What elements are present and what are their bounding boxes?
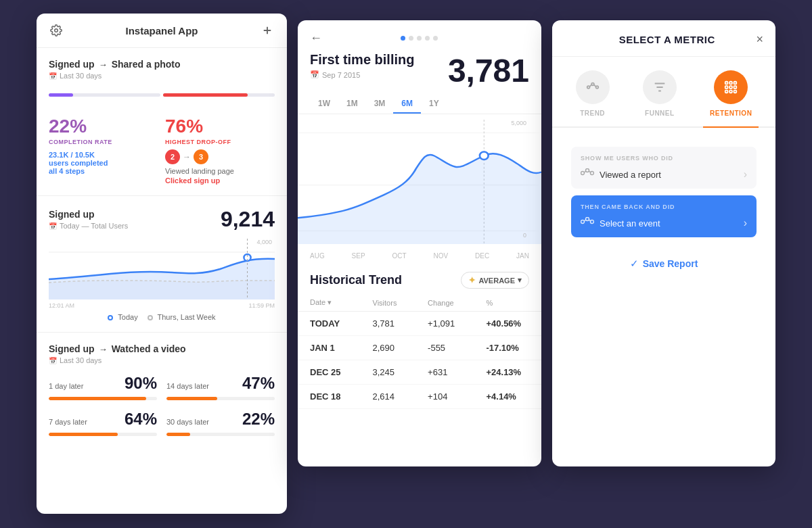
signup-header: Signed up 📅 Today — Total Users 9,214: [49, 207, 275, 232]
funnel-section: Signed up → Shared a photo 📅 Last 30 day…: [37, 48, 287, 196]
retention-item: 14 days later 47%: [166, 374, 275, 400]
funnel-date: 📅 Last 30 days: [49, 72, 275, 80]
svg-rect-20: [729, 82, 732, 85]
completion-rate-col: 22% COMPLETION RATE 23.1K / 10.5K users …: [49, 116, 158, 185]
back-button[interactable]: ←: [310, 31, 322, 45]
step-a-badge: 2: [165, 149, 180, 164]
svg-point-33: [581, 220, 585, 224]
panel-2: ← First time billing 📅 Sep 7 2015 3,781 …: [298, 20, 541, 466]
svg-line-36: [585, 220, 586, 221]
td-pct: +4.14%: [474, 385, 541, 409]
dropoff-progress-bar: [163, 93, 275, 97]
signup-title: Signed up: [49, 209, 128, 220]
funnel-icon-circle: [643, 70, 677, 104]
svg-rect-25: [725, 91, 728, 93]
svg-rect-26: [729, 91, 732, 93]
td-change: +104: [415, 385, 474, 409]
chart-time-labels: 12:01 AM 11:59 PM: [49, 302, 275, 309]
active-tab-underline: [703, 126, 759, 128]
table-body: TODAY3,781+1,091+40.56%JAN 12,690-555-17…: [298, 312, 541, 409]
td-pct: +24.13%: [474, 360, 541, 385]
panel3-title: SELECT A METRIC: [619, 34, 715, 45]
legend-dot-last-week: [148, 315, 153, 320]
metric-tab-trend[interactable]: TREND: [569, 68, 616, 120]
retention-item: 30 days later 22%: [166, 410, 275, 436]
ret-label: 30 days later: [166, 418, 209, 426]
ret-label: 1 day later: [49, 382, 83, 390]
svg-point-13: [595, 86, 598, 89]
ret-bar: [49, 397, 157, 400]
svg-point-0: [55, 29, 58, 32]
retention-tab-label: RETENTION: [710, 110, 752, 117]
svg-line-37: [589, 220, 591, 221]
td-visitors: 3,781: [361, 312, 416, 336]
panel1-header: Instapanel App: [37, 14, 287, 48]
panel2-chart: 5,000 0: [298, 114, 541, 249]
panel2-big-number: 3,781: [448, 52, 529, 89]
retention-icon-circle: [714, 70, 748, 104]
avg-badge[interactable]: ✦ AVERAGE ▾: [461, 272, 529, 289]
gear-icon[interactable]: [49, 23, 64, 38]
time-tab-3m[interactable]: 3M: [366, 95, 394, 114]
completion-bar-fill: [49, 93, 73, 97]
save-report-row[interactable]: ✓ Save Report: [552, 247, 775, 281]
td-date: JAN 1: [298, 336, 361, 360]
avg-icon: ✦: [468, 275, 476, 285]
time-tabs: 1W1M3M6M1Y: [298, 95, 541, 114]
time-tab-6m[interactable]: 6M: [393, 95, 421, 114]
retention-item: 1 day later 90%: [49, 374, 157, 400]
metrics-row: 22% COMPLETION RATE 23.1K / 10.5K users …: [49, 116, 275, 185]
svg-point-12: [591, 83, 594, 86]
dropoff-bar-fill: [163, 93, 248, 97]
month-label: SEP: [352, 252, 365, 260]
signup-count: 9,214: [221, 207, 275, 232]
app-name[interactable]: Instapanel App: [126, 25, 198, 37]
retention-section: Signed up → Watched a video 📅 Last 30 da…: [37, 333, 287, 447]
step-b-badge: 3: [194, 149, 208, 164]
svg-rect-22: [725, 86, 728, 89]
nodes-icon-white: [581, 217, 594, 229]
calendar-icon-p2: 📅: [310, 70, 319, 79]
metric-tab-funnel[interactable]: FUNNEL: [636, 68, 683, 120]
show-me-chevron: ›: [744, 168, 747, 181]
table-header-date[interactable]: Date ▾: [298, 294, 361, 312]
users-completed: 23.1K / 10.5K users completed all 4 step…: [49, 151, 158, 175]
svg-point-30: [591, 172, 594, 175]
month-label: OCT: [392, 252, 406, 260]
time-tab-1w[interactable]: 1W: [310, 95, 338, 114]
then-section: THEN CAME BACK AND DID Sele: [571, 195, 757, 237]
panel2-title-area: First time billing 📅 Sep 7 2015: [310, 52, 414, 79]
ret-pct: 47%: [242, 374, 275, 393]
panel2-date: 📅 Sep 7 2015: [310, 70, 414, 79]
completion-rate-value: 22%: [49, 116, 158, 137]
svg-rect-24: [734, 86, 737, 89]
month-labels: AUGSEPOCTNOVDECJAN: [298, 249, 541, 262]
svg-rect-27: [734, 91, 737, 93]
ret-arrow-icon: →: [99, 344, 108, 354]
then-chevron: ›: [744, 217, 747, 229]
then-left: Select an event: [581, 217, 660, 229]
funnel-tab-label: FUNNEL: [645, 110, 675, 117]
show-me-row[interactable]: Viewed a report ›: [581, 168, 747, 181]
td-date: TODAY: [298, 312, 361, 336]
time-tab-1m[interactable]: 1M: [338, 95, 366, 114]
svg-line-14: [589, 85, 591, 87]
close-button[interactable]: ×: [756, 32, 763, 47]
ret-pct: 90%: [125, 374, 157, 393]
plus-icon[interactable]: [260, 23, 275, 38]
svg-point-28: [581, 172, 585, 175]
table-header-row: Date ▾VisitorsChange%: [298, 294, 541, 312]
svg-rect-23: [729, 86, 732, 89]
svg-point-34: [586, 218, 589, 221]
show-me-label: SHOW ME USERS WHO DID: [581, 155, 747, 162]
arrow-icon: →: [99, 59, 108, 70]
svg-rect-19: [725, 82, 728, 85]
chart-legend: Today Thurs, Last Week: [49, 313, 275, 321]
time-tab-1y[interactable]: 1Y: [421, 95, 447, 114]
then-row[interactable]: Select an event ›: [581, 217, 747, 229]
highest-dropoff-label: HIGHEST DROP-OFF: [165, 139, 275, 145]
panel2-header: ←: [298, 20, 541, 51]
metric-tab-retention[interactable]: RETENTION: [703, 68, 759, 120]
signup-title-area: Signed up 📅 Today — Total Users: [49, 209, 128, 230]
clicked-label: Clicked sign up: [165, 176, 275, 185]
